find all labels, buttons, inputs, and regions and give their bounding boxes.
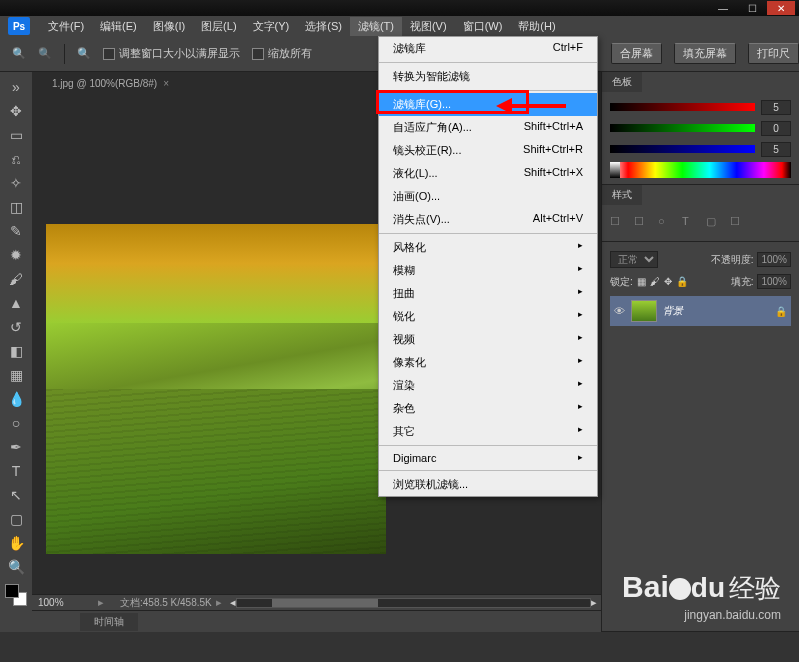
minimize-button[interactable]: — (709, 1, 737, 15)
style-icon[interactable]: ☐ (610, 215, 626, 231)
style-icon[interactable]: ☐ (730, 215, 746, 231)
menu-dropdown-item[interactable]: 镜头校正(R)...Shift+Ctrl+R (379, 139, 597, 162)
path-tool[interactable]: ↖ (4, 484, 28, 506)
menu-dropdown-item[interactable]: 渲染 (379, 374, 597, 397)
lasso-tool[interactable]: ⎌ (4, 148, 28, 170)
menu-dropdown-item[interactable]: 杂色 (379, 397, 597, 420)
stamp-tool[interactable]: ▲ (4, 292, 28, 314)
menu-item[interactable]: 图像(I) (145, 17, 193, 36)
document-tab[interactable]: 1.jpg @ 100%(RGB/8#) × (42, 75, 179, 92)
zoom-tool[interactable]: 🔍 (4, 556, 28, 578)
lock-icon: 🔒 (775, 306, 787, 317)
menu-item[interactable]: 窗口(W) (455, 17, 511, 36)
opacity-value[interactable]: 100% (757, 252, 791, 267)
menubar: Ps 文件(F)编辑(E)图像(I)图层(L)文字(Y)选择(S)滤镜(T)视图… (0, 16, 799, 36)
pen-tool[interactable]: ✒ (4, 436, 28, 458)
fg-bg-colors[interactable] (5, 584, 27, 606)
canvas-image (46, 224, 386, 554)
info-icon[interactable]: ▸ (92, 596, 110, 609)
menu-dropdown-item[interactable]: 油画(O)... (379, 185, 597, 208)
eyedropper-tool[interactable]: ✎ (4, 220, 28, 242)
menu-dropdown-item[interactable]: 转换为智能滤镜 (379, 65, 597, 88)
opacity-label: 不透明度: (711, 253, 754, 267)
b-value[interactable]: 5 (761, 142, 791, 157)
blend-mode-select[interactable]: 正常 (610, 251, 658, 268)
menu-dropdown-item[interactable]: 锐化 (379, 305, 597, 328)
menu-dropdown-item[interactable]: 自适应广角(A)...Shift+Ctrl+A (379, 116, 597, 139)
move-tool[interactable]: ✥ (4, 100, 28, 122)
watermark: Baidu经验 jingyan.baidu.com (622, 570, 781, 622)
g-slider[interactable] (610, 124, 755, 132)
menu-dropdown-item[interactable]: 风格化 (379, 236, 597, 259)
resize-window-checkbox[interactable]: 调整窗口大小以满屏显示 (103, 46, 240, 61)
lock-trans-icon[interactable]: ▦ (637, 276, 646, 287)
fill-screen-button[interactable]: 填充屏幕 (674, 43, 736, 64)
style-icon[interactable]: T (682, 215, 698, 231)
timeline-panel: 时间轴 (32, 610, 601, 632)
layer-row[interactable]: 👁 背景 🔒 (610, 296, 791, 326)
b-slider[interactable] (610, 145, 755, 153)
marquee-tool[interactable]: ▭ (4, 124, 28, 146)
wand-tool[interactable]: ✧ (4, 172, 28, 194)
menu-dropdown-item[interactable]: Digimarc (379, 448, 597, 468)
menu-dropdown-item[interactable]: 像素化 (379, 351, 597, 374)
menu-dropdown-item[interactable]: 浏览联机滤镜... (379, 473, 597, 496)
menu-dropdown-item[interactable]: 模糊 (379, 259, 597, 282)
zoom-out-icon[interactable]: 🔍 (38, 47, 52, 60)
brush-tool[interactable]: 🖌 (4, 268, 28, 290)
zoom-level[interactable]: 100% (32, 597, 92, 608)
dodge-tool[interactable]: ○ (4, 412, 28, 434)
menu-dropdown-item[interactable]: 扭曲 (379, 282, 597, 305)
menu-item[interactable]: 图层(L) (193, 17, 244, 36)
h-scrollbar[interactable]: ◂▸ (226, 596, 601, 609)
type-tool[interactable]: T (4, 460, 28, 482)
r-slider[interactable] (610, 103, 755, 111)
menu-dropdown-item[interactable]: 消失点(V)...Alt+Ctrl+V (379, 208, 597, 231)
styles-tab[interactable]: 样式 (602, 185, 642, 205)
lock-pos-icon[interactable]: ✥ (664, 276, 672, 287)
menu-item[interactable]: 文件(F) (40, 17, 92, 36)
menu-item[interactable]: 文字(Y) (245, 17, 298, 36)
fill-value[interactable]: 100% (757, 274, 791, 289)
gradient-tool[interactable]: ▦ (4, 364, 28, 386)
lock-label: 锁定: (610, 275, 633, 289)
crop-tool[interactable]: ◫ (4, 196, 28, 218)
style-icon[interactable]: ○ (658, 215, 674, 231)
lock-paint-icon[interactable]: 🖌 (650, 276, 660, 287)
menu-dropdown-item[interactable]: 其它 (379, 420, 597, 443)
menu-item[interactable]: 选择(S) (297, 17, 350, 36)
close-button[interactable]: ✕ (767, 1, 795, 15)
tab-close-icon[interactable]: × (163, 78, 169, 89)
annotation-arrow (496, 96, 566, 116)
style-icon[interactable]: ☐ (634, 215, 650, 231)
hand-tool[interactable]: ✋ (4, 532, 28, 554)
fill-label: 填充: (731, 275, 754, 289)
menu-dropdown-item[interactable]: 滤镜库Ctrl+F (379, 37, 597, 60)
menu-item[interactable]: 视图(V) (402, 17, 455, 36)
history-brush-tool[interactable]: ↺ (4, 316, 28, 338)
healing-tool[interactable]: ✹ (4, 244, 28, 266)
lock-all-icon[interactable]: 🔒 (676, 276, 688, 287)
style-icon[interactable]: ▢ (706, 215, 722, 231)
menu-item[interactable]: 帮助(H) (510, 17, 563, 36)
eraser-tool[interactable]: ◧ (4, 340, 28, 362)
zoom-plus-icon[interactable]: 🔍 (77, 47, 91, 60)
g-value[interactable]: 0 (761, 121, 791, 136)
color-spectrum[interactable] (610, 162, 791, 178)
fit-screen-button[interactable]: 合屏幕 (611, 43, 662, 64)
print-size-button[interactable]: 打印尺 (748, 43, 799, 64)
menu-dropdown-item[interactable]: 液化(L)...Shift+Ctrl+X (379, 162, 597, 185)
shape-tool[interactable]: ▢ (4, 508, 28, 530)
color-tab[interactable]: 色板 (602, 72, 642, 92)
styles-panel: 样式 ☐ ☐ ○ T ▢ ☐ (602, 185, 799, 242)
menu-dropdown-item[interactable]: 视频 (379, 328, 597, 351)
r-value[interactable]: 5 (761, 100, 791, 115)
menu-item[interactable]: 编辑(E) (92, 17, 145, 36)
visibility-icon[interactable]: 👁 (614, 305, 625, 317)
menu-item[interactable]: 滤镜(T) (350, 17, 402, 36)
timeline-tab[interactable]: 时间轴 (80, 613, 138, 631)
blur-tool[interactable]: 💧 (4, 388, 28, 410)
maximize-button[interactable]: ☐ (738, 1, 766, 15)
zoom-all-checkbox[interactable]: 缩放所有 (252, 46, 312, 61)
collapse-icon[interactable]: » (4, 76, 28, 98)
